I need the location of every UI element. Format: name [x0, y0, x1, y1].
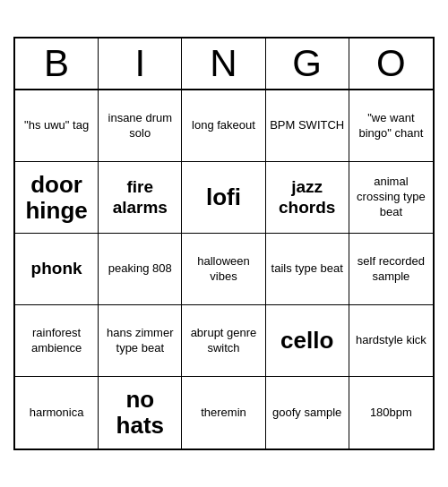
bingo-cell-21: no hats [99, 377, 182, 449]
bingo-cell-24: 180bpm [349, 377, 433, 449]
bingo-cell-13: tails type beat [266, 234, 349, 305]
bingo-cell-20: harmonica [15, 377, 99, 449]
cell-text-5: door hinge [19, 172, 94, 223]
bingo-letter-n: N [182, 38, 265, 89]
bingo-cell-4: "we want bingo" chant [349, 90, 433, 162]
bingo-cell-18: cello [266, 305, 349, 377]
bingo-cell-11: peaking 808 [99, 234, 182, 305]
bingo-cell-6: fire alarms [99, 162, 182, 234]
bingo-letter-b: B [15, 38, 99, 89]
bingo-cell-14: self recorded sample [349, 234, 433, 305]
bingo-letter-g: G [266, 38, 349, 89]
cell-text-19: hardstyle kick [356, 333, 426, 348]
cell-text-7: lofi [206, 184, 241, 210]
bingo-cell-7: lofi [182, 162, 265, 234]
bingo-cell-16: hans zimmer type beat [99, 305, 182, 377]
bingo-cell-5: door hinge [15, 162, 99, 234]
cell-text-8: jazz chords [270, 177, 345, 218]
bingo-card: BINGO "hs uwu" taginsane drum sololong f… [13, 37, 435, 450]
cell-text-15: rainforest ambience [19, 326, 94, 356]
cell-text-1: insane drum solo [102, 111, 177, 141]
cell-text-2: long fakeout [192, 118, 255, 133]
bingo-cell-8: jazz chords [266, 162, 349, 234]
cell-text-9: animal crossing type beat [353, 175, 429, 220]
cell-text-0: "hs uwu" tag [24, 118, 89, 133]
bingo-cell-9: animal crossing type beat [349, 162, 433, 234]
cell-text-13: tails type beat [271, 261, 343, 277]
bingo-grid: "hs uwu" taginsane drum sololong fakeout… [15, 90, 433, 449]
cell-text-11: peaking 808 [108, 261, 172, 277]
bingo-cell-1: insane drum solo [99, 90, 182, 162]
bingo-header: BINGO [15, 38, 433, 90]
cell-text-6: fire alarms [102, 177, 177, 218]
bingo-letter-i: I [99, 38, 182, 89]
bingo-cell-0: "hs uwu" tag [15, 90, 99, 162]
cell-text-20: harmonica [30, 406, 84, 421]
cell-text-24: 180bpm [370, 406, 412, 421]
cell-text-4: "we want bingo" chant [353, 111, 429, 141]
bingo-letter-o: O [349, 38, 433, 89]
cell-text-16: hans zimmer type beat [102, 326, 177, 356]
bingo-cell-17: abrupt genre switch [182, 305, 265, 377]
cell-text-23: goofy sample [272, 406, 341, 421]
bingo-cell-2: long fakeout [182, 90, 265, 162]
cell-text-21: no hats [102, 387, 177, 438]
bingo-cell-22: theremin [182, 377, 265, 449]
cell-text-3: BPM SWITCH [270, 118, 344, 133]
cell-text-17: abrupt genre switch [185, 326, 261, 356]
cell-text-10: phonk [31, 259, 82, 279]
bingo-cell-15: rainforest ambience [15, 305, 99, 377]
bingo-cell-10: phonk [15, 234, 99, 305]
bingo-cell-12: halloween vibes [182, 234, 265, 305]
cell-text-14: self recorded sample [353, 254, 429, 285]
bingo-cell-3: BPM SWITCH [266, 90, 349, 162]
bingo-cell-19: hardstyle kick [349, 305, 433, 377]
bingo-cell-23: goofy sample [266, 377, 349, 449]
cell-text-22: theremin [201, 406, 246, 421]
cell-text-12: halloween vibes [185, 254, 261, 285]
cell-text-18: cello [280, 328, 333, 354]
